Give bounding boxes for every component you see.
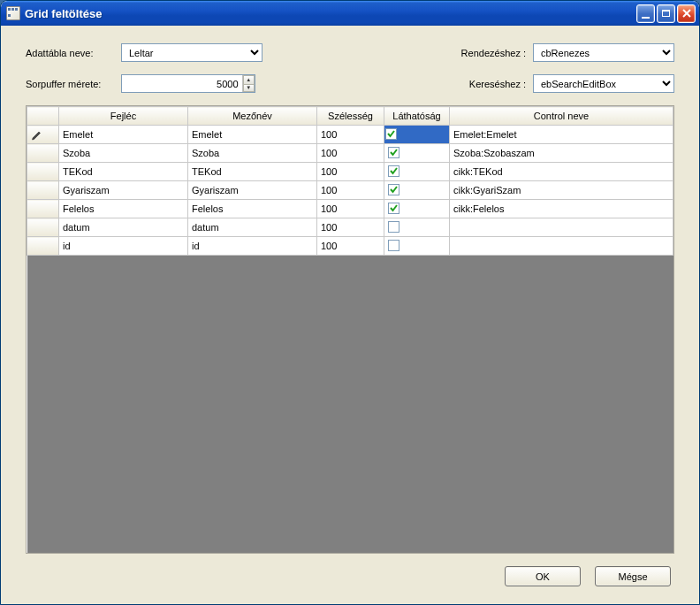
row-header[interactable]	[27, 144, 59, 163]
ok-button[interactable]: OK	[505, 566, 581, 586]
cell-lathatosag[interactable]	[384, 181, 450, 200]
cell-control[interactable]: cikk:Felelos	[450, 200, 673, 218]
table-row[interactable]: TEKodTEKod100cikk:TEKod	[27, 163, 673, 181]
cell-mezonev[interactable]: datum	[188, 218, 317, 237]
cell-szelesseg[interactable]: 100	[317, 126, 384, 144]
visibility-checkbox[interactable]	[388, 240, 399, 251]
table-row[interactable]: idid100	[27, 237, 673, 256]
kereseshez-combo[interactable]: ebSearchEditBox	[533, 74, 674, 93]
col-header-lathatosag[interactable]: Láthatóság	[384, 107, 450, 126]
minimize-button[interactable]	[636, 4, 655, 23]
cell-szelesseg[interactable]: 100	[317, 163, 384, 181]
cell-control[interactable]: Emelet:Emelet	[450, 126, 673, 144]
cell-mezonev[interactable]: Gyariszam	[188, 181, 317, 200]
cell-lathatosag[interactable]	[384, 200, 450, 218]
sorpuffer-input[interactable]	[122, 75, 242, 92]
table-row[interactable]: GyariszamGyariszam100cikk:GyariSzam	[27, 181, 673, 200]
cell-fejlec[interactable]: Szoba	[59, 144, 188, 163]
cell-lathatosag[interactable]	[384, 218, 450, 237]
cell-lathatosag[interactable]	[384, 126, 450, 144]
col-header-mezonev[interactable]: Mezőnév	[188, 107, 317, 126]
cell-control[interactable]	[450, 237, 673, 256]
col-header-fejlec[interactable]: Fejléc	[59, 107, 188, 126]
cell-mezonev[interactable]: TEKod	[188, 163, 317, 181]
rendezeshez-combo[interactable]: cbRenezes	[533, 43, 674, 62]
cell-fejlec[interactable]: TEKod	[59, 163, 188, 181]
row-header[interactable]	[27, 218, 59, 237]
grid-container: Fejléc Mezőnév Szélesség Láthatóság Cont…	[26, 105, 674, 554]
cell-lathatosag[interactable]	[384, 237, 450, 256]
maximize-button[interactable]	[657, 4, 675, 23]
cell-szelesseg[interactable]: 100	[317, 237, 384, 256]
label-adattabla: Adattábla neve:	[26, 48, 121, 58]
visibility-checkbox[interactable]	[388, 203, 399, 214]
grid-header-row: Fejléc Mezőnév Szélesség Láthatóság Cont…	[27, 107, 673, 126]
app-icon	[6, 6, 20, 20]
cell-control[interactable]: cikk:TEKod	[450, 163, 673, 181]
row-header-blank	[27, 107, 59, 126]
cell-lathatosag[interactable]	[384, 163, 450, 181]
visibility-checkbox[interactable]	[388, 221, 399, 233]
cell-control[interactable]: cikk:GyariSzam	[450, 181, 673, 200]
spinner-down-button[interactable]: ▼	[243, 84, 255, 93]
label-sorpuffer: Sorpuffer mérete:	[26, 79, 121, 89]
label-rendezeshez: Rendezéshez :	[446, 48, 526, 58]
row-header[interactable]	[27, 163, 59, 181]
cell-fejlec[interactable]: Felelos	[59, 200, 188, 218]
visibility-checkbox[interactable]	[388, 147, 399, 158]
cell-fejlec[interactable]: Gyariszam	[59, 181, 188, 200]
cell-fejlec[interactable]: Emelet	[59, 126, 188, 144]
sorpuffer-spinner[interactable]: ▲ ▼	[121, 74, 255, 93]
row-header[interactable]	[27, 126, 59, 144]
cell-szelesseg[interactable]: 100	[317, 218, 384, 237]
cell-lathatosag[interactable]	[384, 144, 450, 163]
cell-szelesseg[interactable]: 100	[317, 200, 384, 218]
visibility-checkbox[interactable]	[388, 165, 399, 177]
col-header-control[interactable]: Control neve	[450, 107, 673, 126]
cell-mezonev[interactable]: Felelos	[188, 200, 317, 218]
cancel-button[interactable]: Mégse	[595, 566, 671, 586]
table-row[interactable]: datumdatum100	[27, 218, 673, 237]
close-button[interactable]	[677, 4, 696, 23]
row-header[interactable]	[27, 181, 59, 200]
table-row[interactable]: FelelosFelelos100cikk:Felelos	[27, 200, 673, 218]
label-kereseshez: Kereséshez :	[446, 79, 526, 89]
visibility-checkbox[interactable]	[385, 128, 397, 140]
cell-szelesseg[interactable]: 100	[317, 181, 384, 200]
cell-mezonev[interactable]: Szoba	[188, 144, 317, 163]
cell-control[interactable]	[450, 218, 673, 237]
spinner-up-button[interactable]: ▲	[243, 75, 255, 84]
row-header[interactable]	[27, 200, 59, 218]
cell-fejlec[interactable]: id	[59, 237, 188, 256]
data-grid[interactable]: Fejléc Mezőnév Szélesség Láthatóság Cont…	[27, 106, 673, 256]
visibility-checkbox[interactable]	[388, 184, 399, 195]
cell-control[interactable]: Szoba:Szobaszam	[450, 144, 673, 163]
cell-mezonev[interactable]: id	[188, 237, 317, 256]
cell-szelesseg[interactable]: 100	[317, 144, 384, 163]
table-row[interactable]: EmeletEmelet100Emelet:Emelet	[27, 126, 673, 144]
titlebar[interactable]: Grid feltöltése	[1, 1, 699, 26]
row-header[interactable]	[27, 237, 59, 256]
cell-fejlec[interactable]: datum	[59, 218, 188, 237]
adattabla-combo[interactable]: Leltar	[121, 43, 262, 62]
table-row[interactable]: SzobaSzoba100Szoba:Szobaszam	[27, 144, 673, 163]
dialog-footer: OK Mégse	[26, 554, 674, 592]
window-frame: Grid feltöltése Adattábla neve: Leltar R…	[0, 0, 700, 605]
client-area: Adattábla neve: Leltar Rendezéshez : cbR…	[1, 26, 699, 604]
window-title: Grid feltöltése	[25, 7, 102, 20]
cell-mezonev[interactable]: Emelet	[188, 126, 317, 144]
col-header-szelesseg[interactable]: Szélesség	[317, 107, 384, 126]
